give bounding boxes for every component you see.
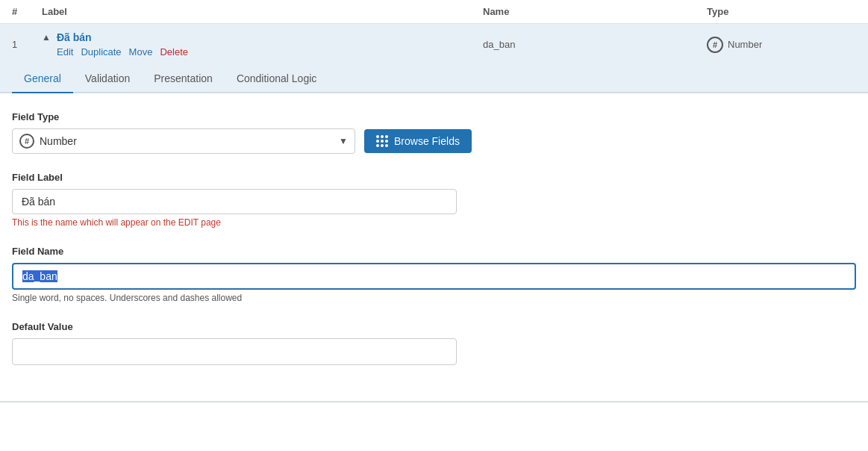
col-hash: # (12, 6, 42, 17)
grid-icon (376, 135, 388, 147)
row-label-area: ▲ Đã bán (42, 31, 483, 43)
field-label-input[interactable] (12, 189, 457, 214)
duplicate-link[interactable]: Duplicate (81, 46, 121, 57)
type-label: Number (728, 39, 762, 50)
default-value-input[interactable] (12, 338, 457, 365)
field-name-heading: Field Name (12, 246, 856, 257)
field-type-label: Field Type (12, 111, 856, 122)
col-type: Type (707, 6, 856, 17)
row-number: 1 (12, 39, 42, 50)
tab-validation[interactable]: Validation (73, 65, 142, 93)
tabs-nav: General Validation Presentation Conditio… (12, 65, 856, 92)
row-main: 1 ▲ Đã bán Edit Duplicate Move Delete da… (0, 24, 868, 65)
tab-general[interactable]: General (12, 65, 73, 93)
field-name-hint: Single word, no spaces. Underscores and … (12, 293, 856, 303)
default-value-section: Default Value (12, 321, 856, 365)
field-label-hint: This is the name which will appear on th… (12, 217, 856, 228)
default-value-heading: Default Value (12, 321, 856, 332)
chevron-up-icon[interactable]: ▲ (42, 32, 51, 43)
field-name-input[interactable] (12, 263, 856, 290)
row-name: da_ban (483, 39, 707, 50)
field-name-section: Field Name Single word, no spaces. Under… (12, 246, 856, 303)
tabs-area: General Validation Presentation Conditio… (0, 65, 868, 93)
field-label-section: Field Label This is the name which will … (12, 172, 856, 228)
field-type-dropdown[interactable]: Number Text Email URL Image File Select … (12, 128, 355, 154)
row-label-text: Đã bán (57, 31, 92, 43)
delete-link[interactable]: Delete (160, 46, 188, 57)
expanded-row: 1 ▲ Đã bán Edit Duplicate Move Delete da… (0, 24, 868, 402)
field-type-section: Field Type # Number Text Email URL Image… (12, 111, 856, 154)
browse-fields-button[interactable]: Browse Fields (364, 129, 472, 153)
tab-conditional-logic[interactable]: Conditional Logic (225, 65, 328, 93)
row-actions: Edit Duplicate Move Delete (57, 46, 483, 57)
tab-presentation[interactable]: Presentation (142, 65, 225, 93)
table-header: # Label Name Type (0, 0, 868, 24)
field-type-row: # Number Text Email URL Image File Selec… (12, 128, 856, 154)
col-name: Name (483, 6, 707, 17)
number-icon: # (707, 37, 723, 53)
content-area: Field Type # Number Text Email URL Image… (0, 93, 868, 402)
field-type-select-wrapper: # Number Text Email URL Image File Selec… (12, 128, 355, 154)
col-label: Label (42, 6, 483, 17)
row-type: # Number (707, 37, 856, 53)
move-link[interactable]: Move (129, 46, 153, 57)
row-label-col: ▲ Đã bán Edit Duplicate Move Delete (42, 31, 483, 57)
edit-link[interactable]: Edit (57, 46, 73, 57)
field-label-heading: Field Label (12, 172, 856, 183)
